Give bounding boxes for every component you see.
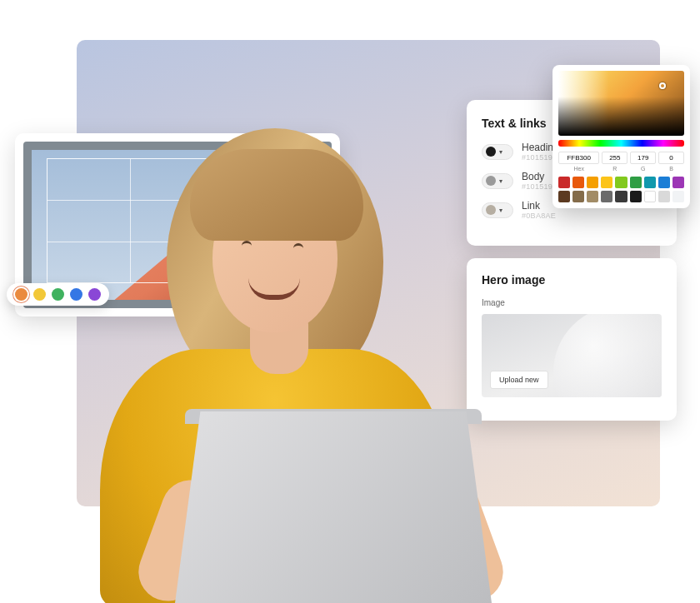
color-gradient-area[interactable]	[558, 71, 684, 136]
link-color-dot	[486, 205, 496, 215]
picker-inputs: Hex R G B	[558, 152, 684, 172]
preset-swatch[interactable]	[644, 191, 656, 202]
body-label: Body	[522, 171, 552, 182]
hex-input[interactable]	[558, 152, 599, 164]
hero-preview: Upload new	[482, 314, 662, 397]
swatch-yellow[interactable]	[33, 288, 46, 301]
preset-swatch[interactable]	[601, 191, 612, 202]
preset-swatch[interactable]	[572, 191, 584, 202]
swatch-blue[interactable]	[70, 288, 82, 301]
swatch-green[interactable]	[52, 288, 64, 301]
hero-image-panel: Hero image Image Upload new	[467, 258, 677, 421]
preset-grid	[558, 177, 684, 202]
preset-swatch[interactable]	[572, 177, 584, 188]
preset-swatch[interactable]	[630, 177, 642, 188]
r-label: R	[612, 166, 617, 172]
preset-swatch[interactable]	[587, 177, 598, 188]
preset-swatch[interactable]	[630, 191, 642, 202]
preset-swatch[interactable]	[587, 191, 598, 202]
crop-grid-overlay[interactable]	[47, 158, 297, 283]
hue-slider[interactable]	[558, 140, 684, 147]
body-hex: #101519	[522, 182, 552, 191]
color-picker: Hex R G B	[552, 65, 690, 208]
preset-swatch[interactable]	[615, 191, 627, 202]
chevron-down-icon: ▾	[499, 177, 502, 185]
preset-swatch[interactable]	[601, 177, 612, 188]
g-input[interactable]	[630, 152, 656, 164]
preset-swatch[interactable]	[644, 177, 656, 188]
swatch-bar	[7, 283, 109, 306]
upload-new-button[interactable]: Upload new	[490, 371, 548, 389]
body-color-toggle[interactable]: ▾	[482, 173, 513, 189]
hero-title: Hero image	[482, 273, 662, 287]
swatch-orange[interactable]	[15, 288, 28, 301]
hex-label: Hex	[573, 166, 583, 172]
preset-swatch[interactable]	[672, 191, 684, 202]
hero-subtitle: Image	[482, 298, 662, 307]
chevron-down-icon: ▾	[499, 148, 502, 156]
preset-swatch[interactable]	[658, 177, 670, 188]
hero-preview-graphic	[553, 314, 662, 397]
link-color-toggle[interactable]: ▾	[482, 202, 513, 218]
preset-swatch[interactable]	[615, 177, 627, 188]
preset-swatch[interactable]	[558, 177, 570, 188]
body-color-dot	[486, 176, 496, 186]
chevron-down-icon: ▾	[499, 207, 502, 214]
headings-color-dot	[486, 147, 496, 157]
preset-swatch[interactable]	[672, 177, 684, 188]
headings-color-toggle[interactable]: ▾	[482, 144, 513, 160]
b-label: B	[669, 166, 673, 172]
preset-swatch[interactable]	[658, 191, 670, 202]
link-hex: #0BA8AE	[522, 212, 556, 220]
r-input[interactable]	[602, 152, 628, 164]
gradient-cursor[interactable]	[659, 82, 666, 89]
preset-swatch[interactable]	[558, 191, 570, 202]
g-label: G	[641, 166, 645, 172]
link-label: Link	[522, 200, 556, 212]
swatch-purple[interactable]	[88, 288, 101, 301]
b-input[interactable]	[658, 152, 684, 164]
